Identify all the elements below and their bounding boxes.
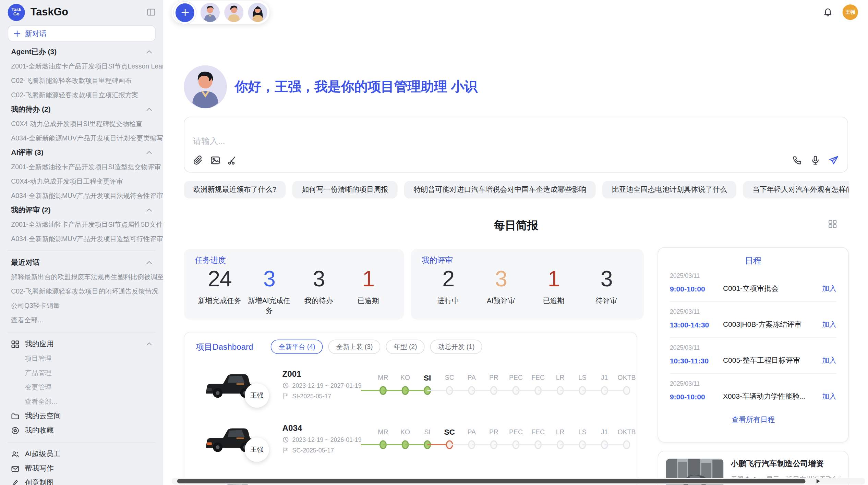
stat-item: 24 新增完成任务 — [195, 266, 244, 316]
app-subitem[interactable]: 变更管理 — [0, 380, 163, 394]
screen: Task Go TaskGo 新对话 Agent已办 (3) Z001-全新燃油… — [0, 0, 868, 485]
sidebar-item[interactable]: A034-全新新能源MUV产品开发项目法规符合性评审 — [0, 189, 163, 203]
dashboard-tab[interactable]: 动总开发 (1) — [430, 339, 482, 354]
sidebar-section-header-recent-chats[interactable]: 最近对话 — [0, 256, 163, 270]
sidebar-section-header-ai-review[interactable]: AI评审 (3) — [0, 146, 163, 160]
cloud-space-label: 我的云空间 — [25, 411, 61, 421]
new-agent-button[interactable] — [174, 1, 196, 24]
schedule-row: 13:00-14:30 C003|H0B-方案冻结评审 加入 — [670, 320, 836, 329]
suggestion-chip[interactable]: 如何写一份清晰的项目周报 — [292, 181, 398, 199]
dashboard-tabs: 全新平台 (4)全新上装 (3)年型 (2)动总开发 (1) — [271, 339, 482, 354]
sidebar-item-my-apps[interactable]: 我的应用 — [0, 337, 163, 351]
sidebar-item-ai-super-staff[interactable]: AI超级员工 — [0, 447, 163, 461]
stat-item: 1 已逾期 — [343, 266, 393, 316]
stat-value: 3 — [294, 266, 343, 291]
layout-grid-icon[interactable] — [828, 220, 837, 228]
sidebar-item-creative-drawing[interactable]: 创意制图 — [0, 476, 163, 485]
app-subitem[interactable]: 查看全部... — [0, 394, 163, 409]
task-progress-card: 任务进度 24 新增完成任务 3 新增AI完成任务 3 我的待办 — [184, 249, 404, 320]
stat-label: 我的待办 — [294, 296, 343, 306]
sidebar-item[interactable]: A034-全新新能源MUV产品开发项目计划变更类编写 — [0, 131, 163, 146]
send-icon[interactable] — [829, 156, 839, 165]
project-info: A034 2023-12-19 ~ 2026-01-19 SC-2025-05-… — [282, 423, 362, 453]
project-info: Z001 2023-12-19 ~ 2027-01-19 SI-2025-05-… — [282, 369, 362, 399]
suggestion-chip[interactable]: 当下年轻人对汽车外观有怎样的喜好趋势 — [743, 181, 849, 199]
project-code: A034 — [282, 423, 362, 432]
project-flag: SI-2025-05-17 — [282, 393, 362, 399]
recent-chat-item[interactable]: 解释最新出台的欧盟报废车法规再生塑料比例被调至15%... — [0, 270, 163, 284]
stat-label: AI预评审 — [474, 296, 527, 306]
recent-chat-item[interactable]: 查看全部... — [0, 313, 163, 327]
user-avatar[interactable]: 王强 — [843, 4, 858, 20]
recent-chat-item[interactable]: 公司Q3轻卡销量 — [0, 299, 163, 313]
notification-bell-icon[interactable] — [823, 8, 832, 17]
join-meeting-link[interactable]: 加入 — [822, 320, 836, 329]
task-progress-title: 任务进度 — [195, 256, 393, 265]
dashboard-tab[interactable]: 全新平台 (4) — [271, 339, 323, 354]
sidebar-section-header-my-review[interactable]: 我的评审 (2) — [0, 203, 163, 217]
sidebar-item[interactable]: C02-飞腾新能源轻客改款项目里程碑画布 — [0, 74, 163, 88]
sidebar-item-cloud-space[interactable]: 我的云空间 — [0, 409, 163, 423]
sidebar-item[interactable]: Z001-全新燃油轻卡产品开发项目SI节点属性5D文件评审 — [0, 217, 163, 232]
avatar-agent-1[interactable] — [201, 3, 220, 22]
conversation-toolbar — [172, 1, 270, 24]
sidebar-item[interactable]: C0X4-动力总成开发项目SI里程碑提交物检查 — [0, 117, 163, 131]
divider — [8, 442, 156, 443]
milestone-dot — [623, 440, 630, 449]
milestone-label: MR — [372, 426, 394, 437]
stat-value: 1 — [343, 266, 393, 291]
collapse-sidebar-icon[interactable] — [147, 8, 156, 17]
milestone-label: SC — [438, 426, 461, 437]
view-all-schedule-link[interactable]: 查看所有日程 — [670, 409, 836, 432]
phone-call-icon[interactable] — [792, 156, 802, 165]
scissors-icon[interactable] — [228, 156, 238, 165]
recent-chat-item[interactable]: C02-飞腾新能源轻客改款项目的闭环通告反馈情况 — [0, 284, 163, 299]
suggestion-chip[interactable]: 特朗普可能对进口汽车增税会对中国车企造成哪些影响 — [404, 181, 596, 199]
attachment-icon[interactable] — [193, 156, 203, 165]
avatar-agent-3[interactable] — [248, 3, 267, 22]
milestone-label: J1 — [593, 372, 616, 383]
suggestion-chip[interactable]: 比亚迪全固态电池计划具体说了什么 — [602, 181, 736, 199]
sidebar-item[interactable]: Z001-全新燃油轻卡产品开发项目SI造型提交物评审 — [0, 160, 163, 174]
sidebar-section-header-agent-done[interactable]: Agent已办 (3) — [0, 45, 163, 59]
schedule-date: 2025/03/11 — [670, 272, 836, 278]
project-row-z001[interactable]: 王强 Z001 2023-12-19 ~ 2027-01-19 SI-2025-… — [193, 361, 628, 413]
schedule-time: 9:00-10:00 — [670, 285, 723, 293]
dashboard-tab[interactable]: 年型 (2) — [386, 339, 425, 354]
milestone-label: FEC — [527, 372, 549, 383]
join-meeting-link[interactable]: 加入 — [822, 284, 836, 294]
image-icon[interactable] — [210, 156, 220, 165]
join-meeting-link[interactable]: 加入 — [822, 391, 836, 401]
horizontal-scrollbar[interactable] — [172, 478, 865, 484]
news-title: 小鹏飞行汽车制造公司增资 — [731, 459, 841, 469]
sidebar-section-header-my-todo[interactable]: 我的待办 (2) — [0, 102, 163, 117]
sidebar-item-help-me-write[interactable]: 帮我写作 — [0, 461, 163, 476]
project-row-a034[interactable]: 王强 A034 2023-12-19 ~ 2026-01-19 SC-2025-… — [193, 415, 628, 468]
scrollbar-right-arrow[interactable] — [817, 479, 820, 483]
milestone: SC — [438, 426, 461, 452]
dashboard-tab[interactable]: 全新上装 (3) — [328, 339, 381, 354]
sidebar-item[interactable]: A034-全新新能源MUV产品开发项目造型可行性评审 — [0, 232, 163, 246]
avatar-agent-2[interactable] — [224, 3, 244, 22]
app-subitem[interactable]: 产品管理 — [0, 365, 163, 380]
microphone-icon[interactable] — [810, 156, 820, 165]
sidebar-scroll: Agent已办 (3) Z001-全新燃油皮卡产品开发项目SI节点Lesson … — [0, 41, 163, 485]
section-items: C0X4-动力总成开发项目SI里程碑提交物检查A034-全新新能源MUV产品开发… — [0, 117, 163, 146]
scrollbar-thumb[interactable] — [177, 479, 806, 483]
sidebar-item-favorites[interactable]: 我的收藏 — [0, 423, 163, 437]
stat-item: 3 我的待办 — [294, 266, 343, 316]
sidebar-item[interactable]: C02-飞腾新能源轻客改款项目立项汇报方案 — [0, 88, 163, 102]
app-subitem[interactable]: 项目管理 — [0, 351, 163, 365]
sidebar-item[interactable]: C0X4-动力总成开发项目工程变更评审 — [0, 174, 163, 189]
folder-icon — [11, 412, 19, 420]
grid-icon — [11, 340, 19, 348]
milestone-label: SI — [416, 372, 438, 383]
suggestion-chip[interactable]: 欧洲新规最近颁布了什么? — [184, 181, 286, 199]
new-chat-button[interactable]: 新对话 — [8, 25, 156, 41]
chevron-up-icon — [146, 107, 152, 112]
join-meeting-link[interactable]: 加入 — [822, 356, 836, 365]
milestone-dot-row — [616, 437, 638, 452]
sidebar-item[interactable]: Z001-全新燃油皮卡产品开发项目SI节点Lesson Learn报告 — [0, 59, 163, 74]
message-composer[interactable]: 请输入... — [184, 117, 848, 173]
milestone: OKTB — [616, 372, 638, 398]
